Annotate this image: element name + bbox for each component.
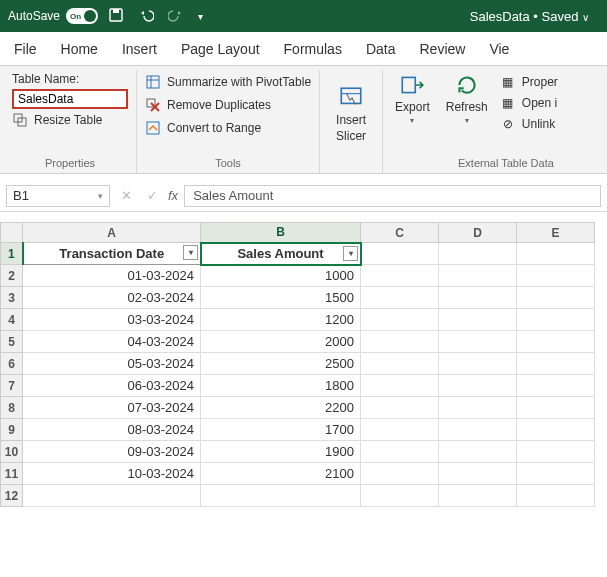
cell[interactable] — [439, 375, 517, 397]
row-header[interactable]: 6 — [1, 353, 23, 375]
row-header[interactable]: 7 — [1, 375, 23, 397]
cell[interactable] — [517, 397, 595, 419]
col-header-b[interactable]: B — [201, 223, 361, 243]
cell[interactable]: 04-03-2024 — [23, 331, 201, 353]
cell[interactable] — [439, 441, 517, 463]
cell[interactable]: 2500 — [201, 353, 361, 375]
cell[interactable]: 03-03-2024 — [23, 309, 201, 331]
row-header[interactable]: 5 — [1, 331, 23, 353]
cell[interactable] — [361, 331, 439, 353]
fx-icon[interactable]: fx — [168, 188, 178, 203]
cell[interactable] — [517, 441, 595, 463]
tab-page-layout[interactable]: Page Layout — [181, 41, 260, 57]
cell[interactable]: 02-03-2024 — [23, 287, 201, 309]
cell[interactable] — [439, 353, 517, 375]
cell[interactable]: 08-03-2024 — [23, 419, 201, 441]
cell[interactable]: 1700 — [201, 419, 361, 441]
cell[interactable] — [517, 287, 595, 309]
cell[interactable]: 1200 — [201, 309, 361, 331]
cell[interactable] — [517, 353, 595, 375]
insert-slicer-button[interactable]: Insert Slicer — [332, 85, 370, 143]
save-icon[interactable] — [108, 7, 124, 26]
cell[interactable] — [361, 287, 439, 309]
cell[interactable] — [361, 441, 439, 463]
summarize-pivot-button[interactable]: Summarize with PivotTable — [145, 74, 311, 90]
cell[interactable] — [361, 463, 439, 485]
row-header[interactable]: 4 — [1, 309, 23, 331]
cell[interactable]: 1000 — [201, 265, 361, 287]
col-header-a[interactable]: A — [23, 223, 201, 243]
cell[interactable] — [439, 309, 517, 331]
tab-view[interactable]: Vie — [489, 41, 509, 57]
col-header-d[interactable]: D — [439, 223, 517, 243]
row-header[interactable]: 12 — [1, 485, 23, 507]
cell[interactable]: 01-03-2024 — [23, 265, 201, 287]
col-header-c[interactable]: C — [361, 223, 439, 243]
cell[interactable] — [517, 375, 595, 397]
cell[interactable] — [361, 243, 439, 265]
cell[interactable] — [517, 331, 595, 353]
cell[interactable] — [517, 309, 595, 331]
select-all-corner[interactable] — [1, 223, 23, 243]
cell[interactable] — [361, 419, 439, 441]
row-header[interactable]: 9 — [1, 419, 23, 441]
cell[interactable] — [517, 265, 595, 287]
cell[interactable] — [439, 331, 517, 353]
resize-table-button[interactable]: Resize Table — [12, 112, 128, 128]
row-header[interactable]: 3 — [1, 287, 23, 309]
cell[interactable] — [517, 419, 595, 441]
cell[interactable] — [517, 463, 595, 485]
col-header-e[interactable]: E — [517, 223, 595, 243]
cell[interactable] — [23, 485, 201, 507]
worksheet[interactable]: A B C D E 1 Transaction Date ▾ Sales Amo… — [0, 222, 607, 507]
row-header[interactable]: 8 — [1, 397, 23, 419]
enter-formula-icon[interactable]: ✓ — [142, 188, 162, 203]
row-header[interactable]: 11 — [1, 463, 23, 485]
tab-data[interactable]: Data — [366, 41, 396, 57]
cell[interactable]: 06-03-2024 — [23, 375, 201, 397]
cell[interactable] — [439, 287, 517, 309]
filter-button[interactable]: ▾ — [343, 246, 358, 261]
cell[interactable]: 10-03-2024 — [23, 463, 201, 485]
cell[interactable] — [439, 397, 517, 419]
undo-icon[interactable] — [138, 7, 154, 26]
remove-duplicates-button[interactable]: Remove Duplicates — [145, 97, 311, 113]
tab-review[interactable]: Review — [420, 41, 466, 57]
cell[interactable] — [361, 375, 439, 397]
filter-button[interactable]: ▾ — [183, 245, 198, 260]
tab-file[interactable]: File — [14, 41, 37, 57]
row-header[interactable]: 10 — [1, 441, 23, 463]
cell[interactable]: 07-03-2024 — [23, 397, 201, 419]
tab-insert[interactable]: Insert — [122, 41, 157, 57]
cell[interactable] — [517, 485, 595, 507]
cancel-formula-icon[interactable]: ✕ — [116, 188, 136, 203]
convert-to-range-button[interactable]: Convert to Range — [145, 120, 311, 136]
tab-formulas[interactable]: Formulas — [284, 41, 342, 57]
redo-icon[interactable] — [168, 7, 184, 26]
tab-home[interactable]: Home — [61, 41, 98, 57]
cell[interactable]: 1800 — [201, 375, 361, 397]
autosave-toggle[interactable]: On — [66, 8, 98, 24]
cell[interactable] — [361, 485, 439, 507]
cell[interactable]: 1500 — [201, 287, 361, 309]
cell[interactable] — [361, 397, 439, 419]
cell[interactable]: 1900 — [201, 441, 361, 463]
row-header[interactable]: 2 — [1, 265, 23, 287]
formula-bar[interactable]: Sales Amount — [184, 185, 601, 207]
qat-more-icon[interactable]: ▾ — [198, 11, 203, 22]
export-button[interactable]: Export ▾ — [391, 72, 434, 125]
autosave-control[interactable]: AutoSave On — [8, 8, 98, 24]
cell[interactable] — [201, 485, 361, 507]
cell[interactable] — [439, 463, 517, 485]
cell[interactable]: 09-03-2024 — [23, 441, 201, 463]
cell[interactable] — [361, 353, 439, 375]
cell[interactable] — [517, 243, 595, 265]
cell[interactable] — [439, 243, 517, 265]
cell[interactable]: 2200 — [201, 397, 361, 419]
cell[interactable] — [439, 419, 517, 441]
cell[interactable]: 05-03-2024 — [23, 353, 201, 375]
table-header-cell[interactable]: Sales Amount ▾ — [201, 243, 361, 265]
cell[interactable] — [439, 265, 517, 287]
name-box[interactable]: B1 ▾ — [6, 185, 110, 207]
table-name-input[interactable] — [12, 89, 128, 109]
